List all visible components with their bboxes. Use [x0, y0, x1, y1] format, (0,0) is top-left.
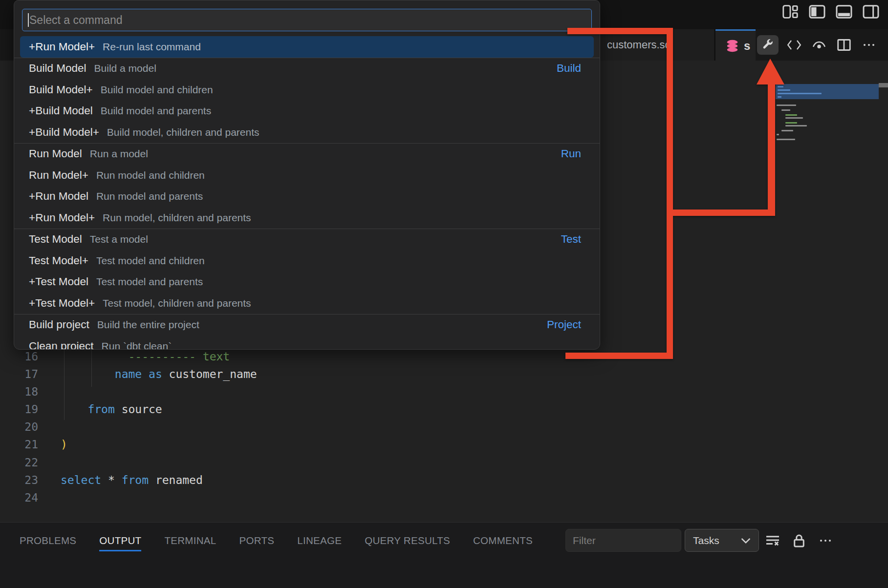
lock-icon[interactable] — [790, 531, 808, 550]
tasks-dropdown[interactable]: Tasks — [685, 529, 759, 552]
command-description: Run model and children — [96, 169, 205, 181]
command-label: Build Model+ — [29, 84, 93, 96]
split-editor-icon[interactable] — [835, 35, 853, 55]
toggle-secondary-sidebar-icon[interactable] — [863, 4, 879, 20]
command-list-item[interactable]: +Run Model Run model and parents — [20, 186, 594, 208]
command-list: +Run Model+ Re-run last command Build Mo… — [14, 36, 600, 350]
panel-tab-lineage[interactable]: LINEAGE — [297, 525, 342, 551]
toggle-primary-sidebar-icon[interactable] — [809, 4, 825, 20]
wrench-icon[interactable] — [757, 35, 779, 55]
command-label: +Run Model+ — [29, 41, 95, 53]
editor-scrollbar[interactable] — [879, 83, 888, 87]
command-description: Run a model — [90, 148, 148, 160]
command-description: Test a model — [90, 233, 148, 245]
panel-tab-comments[interactable]: COMMENTS — [473, 525, 533, 551]
tab-customers-sql-label: customers.sql — [607, 39, 673, 51]
line-source: ) — [38, 436, 67, 453]
line-source — [38, 418, 61, 436]
command-group-badge: Test — [561, 233, 581, 246]
command-label: Run Model+ — [29, 169, 88, 182]
panel-more-icon[interactable] — [817, 531, 834, 550]
command-list-item[interactable]: Build project Build the entire project P… — [20, 315, 594, 336]
command-description: Re-run last command — [103, 41, 201, 53]
minimap-line — [781, 109, 790, 111]
command-label: +Run Model+ — [29, 211, 95, 224]
command-label: Test Model — [29, 233, 82, 246]
customize-layout-icon[interactable] — [782, 4, 799, 20]
command-label: +Run Model — [29, 190, 88, 203]
code-line: 17 name as customer_name — [0, 365, 600, 383]
command-list-item[interactable]: +Build Model Build model and parents — [20, 101, 594, 122]
command-list-item[interactable]: Test Model+ Test model and children — [20, 250, 594, 272]
line-source: name as customer_name — [38, 365, 257, 383]
minimap-line — [785, 125, 807, 126]
filter-input[interactable] — [565, 529, 681, 552]
text-cursor — [28, 13, 29, 27]
panel-tab-query-results[interactable]: QUERY RESULTS — [365, 525, 450, 551]
command-list-item[interactable]: Run Model Run a model Run — [20, 144, 594, 165]
line-source — [38, 489, 61, 506]
minimap-line — [778, 89, 790, 91]
command-list-item[interactable]: +Run Model+ Re-run last command — [20, 36, 594, 58]
preview-eye-icon[interactable] — [810, 35, 828, 55]
command-list-item[interactable]: Build Model Build a model Build — [20, 58, 594, 80]
command-description: Build model, children and parents — [107, 126, 260, 138]
window-layout-controls — [782, 4, 879, 20]
panel-tab-ports[interactable]: PORTS — [239, 525, 274, 551]
tab-customers-sql[interactable]: customers.sql — [600, 29, 715, 61]
command-list-item[interactable]: Build Model+ Build model and children — [20, 79, 594, 101]
code-icon[interactable] — [785, 35, 803, 55]
command-list-item[interactable]: +Test Model+ Test model, children and pa… — [20, 293, 594, 314]
minimap-line — [785, 122, 797, 124]
code-line: 16 ---------- text — [0, 348, 600, 365]
chevron-down-icon — [741, 537, 751, 544]
minimap-line — [778, 96, 781, 98]
panel-tab-terminal[interactable]: TERMINAL — [164, 525, 216, 551]
command-list-item[interactable]: +Build Model+ Build model, children and … — [20, 122, 594, 143]
command-description: Run model, children and parents — [103, 212, 251, 224]
command-input[interactable] — [22, 9, 592, 31]
line-number: 23 — [0, 471, 38, 489]
line-number: 24 — [0, 489, 38, 506]
panel-tab-output[interactable]: OUTPUT — [99, 525, 141, 551]
line-number: 22 — [0, 454, 38, 471]
line-source: select * from renamed — [38, 471, 203, 489]
line-source: ---------- text — [38, 348, 230, 365]
database-icon — [726, 39, 739, 53]
command-list-item[interactable]: +Test Model Test model and parents — [20, 272, 594, 293]
line-number: 21 — [0, 436, 38, 453]
command-label: +Test Model+ — [29, 297, 95, 310]
command-list-item[interactable]: Clean project Run `dbt clean` — [20, 336, 594, 350]
command-description: Build model and children — [101, 84, 213, 96]
vscode-window: customers.sql s — [0, 0, 888, 588]
toggle-panel-icon[interactable] — [836, 4, 852, 20]
line-source: from source — [38, 400, 162, 418]
command-list-item[interactable]: Test Model Test a model Test — [20, 229, 594, 251]
command-description: Test model and parents — [96, 276, 203, 288]
command-label: +Build Model+ — [29, 126, 99, 139]
code-line: 24 — [0, 489, 600, 506]
minimap-line — [778, 86, 783, 87]
line-source — [38, 383, 61, 400]
command-list-item[interactable]: +Run Model+ Run model, children and pare… — [20, 207, 594, 229]
command-label: Build project — [29, 318, 89, 331]
tab-active-right-group[interactable]: s — [715, 29, 756, 61]
minimap-line — [777, 139, 795, 140]
command-description: Run model and parents — [96, 190, 203, 202]
code-line: 18 — [0, 383, 600, 400]
clear-output-icon[interactable] — [764, 531, 781, 550]
minimap[interactable] — [776, 84, 879, 226]
code-line: 22 — [0, 454, 600, 471]
panel-tab-problems[interactable]: PROBLEMS — [20, 525, 76, 551]
tab-active-label: s — [744, 39, 750, 53]
command-label: +Test Model — [29, 275, 88, 288]
command-group-badge: Project — [547, 318, 581, 331]
panel-action-icons — [764, 529, 834, 552]
minimap-line — [781, 130, 793, 131]
minimap-line — [785, 117, 803, 119]
more-actions-icon[interactable] — [860, 35, 878, 55]
command-list-item[interactable]: Run Model+ Run model and children — [20, 165, 594, 186]
code-lines: 16 ---------- text 17 name as customer_n… — [0, 348, 600, 506]
command-description: Run `dbt clean` — [102, 340, 172, 350]
minimap-line — [777, 134, 779, 135]
